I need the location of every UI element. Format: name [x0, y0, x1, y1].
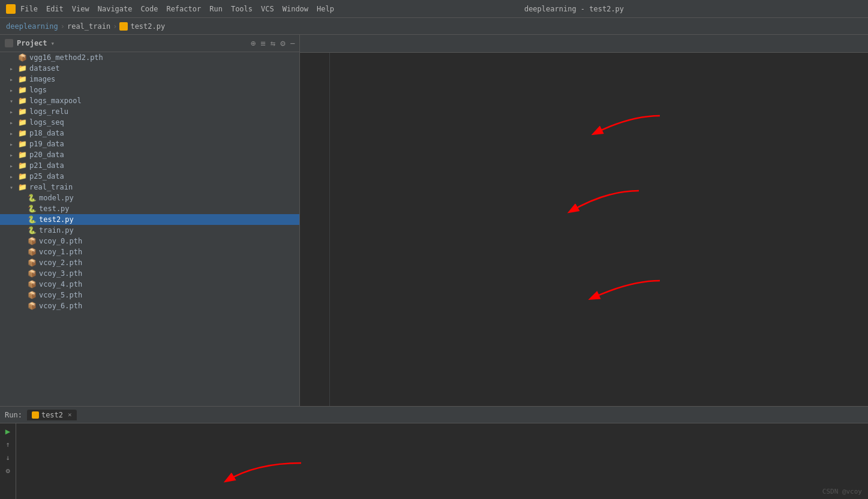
main-area: Project ▾ ⊕ ≡ ⇆ ⚙ − 📦vgg16_method2.pth▸📁… — [0, 35, 868, 406]
sidebar-item-logs_relu[interactable]: ▸📁logs_relu — [0, 106, 300, 117]
titlebar: File Edit View Navigate Code Refactor Ru… — [0, 0, 868, 18]
folder-arrow-icon: ▸ — [10, 65, 16, 72]
menu-vcs[interactable]: VCS — [261, 5, 274, 13]
folder-icon: 📁 — [18, 75, 27, 83]
sidebar-item-vcoy_2_pth[interactable]: 📦vcoy_2.pth — [0, 257, 300, 268]
folder-arrow-icon: ▾ — [10, 98, 16, 104]
code-content[interactable] — [330, 53, 868, 406]
py-file-icon: 🐍 — [28, 205, 37, 213]
window-title: deeplearning - test2.py — [524, 5, 624, 13]
sidebar-item-vcoy_1_pth[interactable]: 📦vcoy_1.pth — [0, 247, 300, 257]
folder-icon: 📁 — [18, 151, 27, 159]
terminal: Run: test2 × ▶ ↑ ↓ ⚙ — [0, 406, 868, 499]
pth-file-icon: 📦 — [28, 237, 37, 245]
terminal-close-icon[interactable]: × — [68, 411, 72, 419]
folder-icon: 📁 — [18, 140, 27, 148]
sidebar-item-p21_data[interactable]: ▸📁p21_data — [0, 160, 300, 171]
sidebar-item-label: images — [29, 75, 55, 83]
menu-window[interactable]: Window — [283, 5, 308, 13]
sidebar-item-label: vcoy_4.pth — [39, 280, 82, 288]
terminal-main: ▶ ↑ ↓ ⚙ — [0, 423, 868, 499]
sidebar-item-p18_data[interactable]: ▸📁p18_data — [0, 128, 300, 139]
line-numbers — [300, 53, 330, 406]
breadcrumb-project[interactable]: deeplearning — [6, 22, 58, 31]
terminal-controls: ▶ ↑ ↓ ⚙ — [0, 423, 16, 499]
sidebar-toolbar: ⊕ ≡ ⇆ ⚙ − — [251, 38, 295, 48]
terminal-tab[interactable]: test2 × — [27, 410, 77, 420]
breadcrumb-file[interactable]: test2.py — [130, 22, 165, 31]
folder-arrow-icon: ▸ — [10, 109, 16, 115]
sidebar-tree: 📦vgg16_method2.pth▸📁dataset▸📁images▸📁log… — [0, 52, 300, 406]
menu-code[interactable]: Code — [141, 5, 158, 13]
arrow-line4 — [558, 110, 666, 146]
sidebar-settings-icon[interactable]: ⚙ — [280, 38, 285, 48]
folder-icon: 📁 — [18, 129, 27, 137]
menu-refactor[interactable]: Refactor — [166, 5, 201, 13]
folder-arrow-icon: ▸ — [10, 130, 16, 137]
sidebar-locate-icon[interactable]: ⊕ — [251, 38, 256, 48]
sidebar-collapse-icon[interactable]: ≡ — [260, 38, 265, 48]
py-file-icon: 🐍 — [28, 215, 37, 224]
sidebar-item-vcoy_3_pth[interactable]: 📦vcoy_3.pth — [0, 268, 300, 279]
sidebar-item-logs[interactable]: ▸📁logs — [0, 85, 300, 95]
code-editor[interactable] — [300, 53, 868, 406]
sidebar-item-logs_seq[interactable]: ▸📁logs_seq — [0, 117, 300, 128]
menu-navigate[interactable]: Navigate — [98, 5, 133, 13]
sidebar-item-vcoy_6_pth[interactable]: 📦vcoy_6.pth — [0, 300, 300, 311]
sidebar-item-p25_data[interactable]: ▸📁p25_data — [0, 171, 300, 182]
sidebar-item-test_py[interactable]: 🐍test.py — [0, 203, 300, 214]
scroll-up-button[interactable]: ↑ — [2, 439, 13, 450]
menu-run[interactable]: Run — [209, 5, 223, 13]
sidebar-item-train_py[interactable]: 🐍train.py — [0, 225, 300, 236]
menu-view[interactable]: View — [72, 5, 89, 13]
sidebar-item-label: logs_relu — [29, 107, 68, 116]
sidebar-close-icon[interactable]: − — [290, 38, 295, 48]
pth-file-icon: 📦 — [28, 269, 37, 278]
sidebar-item-label: p21_data — [29, 161, 64, 170]
terminal-tabs: Run: test2 × — [0, 407, 868, 423]
menu-edit[interactable]: Edit — [46, 5, 64, 13]
sidebar-item-label: logs — [29, 86, 47, 94]
sidebar-item-test2_py[interactable]: 🐍test2.py — [0, 214, 300, 225]
arrow-line10 — [558, 275, 666, 311]
sidebar-dropdown-icon[interactable]: ▾ — [51, 40, 55, 47]
menu-file[interactable]: File — [20, 5, 38, 13]
folder-icon: 📁 — [18, 172, 27, 181]
sidebar-item-p19_data[interactable]: ▸📁p19_data — [0, 139, 300, 149]
sidebar-item-model_py[interactable]: 🐍model.py — [0, 193, 300, 203]
sidebar-item-vcoy_5_pth[interactable]: 📦vcoy_5.pth — [0, 290, 300, 300]
run-button[interactable]: ▶ — [2, 426, 13, 437]
sidebar-item-logs_maxpool[interactable]: ▾📁logs_maxpool — [0, 95, 300, 106]
sidebar-item-vcoy_0_pth[interactable]: 📦vcoy_0.pth — [0, 236, 300, 247]
folder-arrow-icon: ▾ — [10, 184, 16, 191]
menu-help[interactable]: Help — [317, 5, 334, 13]
pth-file-icon: 📦 — [28, 258, 37, 267]
scroll-down-button[interactable]: ↓ — [2, 452, 13, 463]
folder-arrow-icon: ▸ — [10, 76, 16, 83]
sidebar-item-label: p19_data — [29, 140, 64, 148]
sidebar-expand-icon[interactable]: ⇆ — [271, 38, 275, 48]
app-icon — [6, 4, 16, 14]
sidebar-item-vgg16_method2_pth[interactable]: 📦vgg16_method2.pth — [0, 52, 300, 63]
breadcrumb-folder[interactable]: real_train — [67, 22, 110, 31]
terminal-content[interactable] — [16, 423, 868, 499]
pth-file-icon: 📦 — [28, 248, 37, 256]
sidebar-item-label: logs_seq — [29, 118, 64, 127]
sidebar-item-label: p25_data — [29, 172, 64, 181]
menu-tools[interactable]: Tools — [231, 5, 253, 13]
sidebar: Project ▾ ⊕ ≡ ⇆ ⚙ − 📦vgg16_method2.pth▸📁… — [0, 35, 300, 406]
pth-file-icon: 📦 — [18, 53, 27, 62]
folder-arrow-icon: ▸ — [10, 87, 16, 94]
sidebar-item-images[interactable]: ▸📁images — [0, 74, 300, 85]
sidebar-item-vcoy_4_pth[interactable]: 📦vcoy_4.pth — [0, 279, 300, 290]
sidebar-item-dataset[interactable]: ▸📁dataset — [0, 63, 300, 74]
breadcrumb-file-icon — [119, 22, 128, 31]
sidebar-item-real_train[interactable]: ▾📁real_train — [0, 182, 300, 193]
pth-file-icon: 📦 — [28, 302, 37, 310]
folder-icon: 📁 — [18, 64, 27, 73]
py-file-icon: 🐍 — [28, 194, 37, 202]
terminal-settings-icon[interactable]: ⚙ — [2, 465, 13, 476]
folder-icon: 📁 — [18, 161, 27, 170]
folder-icon: 📁 — [18, 183, 27, 191]
sidebar-item-p20_data[interactable]: ▸📁p20_data — [0, 149, 300, 160]
